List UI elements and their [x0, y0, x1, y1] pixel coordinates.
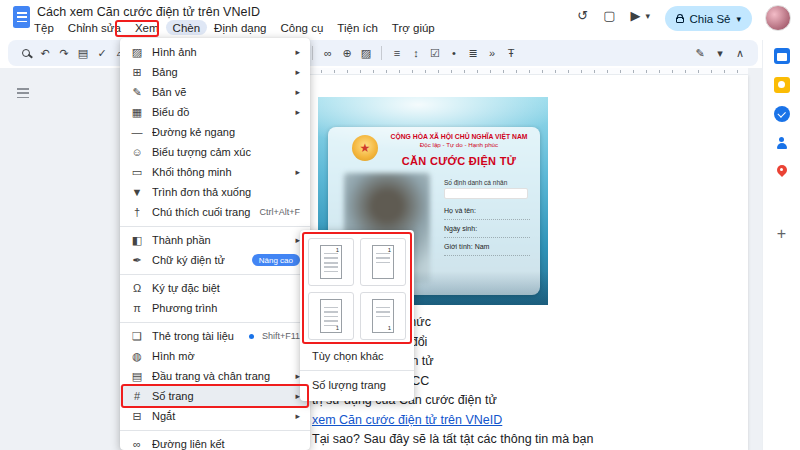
toolbar-checklist-button[interactable]: ☑ [427, 43, 443, 63]
insert-menu-item-smart-chips[interactable]: ▭Khối thông minh▸ [120, 162, 310, 182]
emblem-star: ★ [360, 141, 371, 155]
document-text-line[interactable]: xem Căn cước điện tử trên VNeID [312, 411, 657, 431]
menu-separator [120, 430, 310, 431]
toolbar-align-button[interactable]: ≡ [389, 43, 405, 63]
page-number-option-header-from-second-page[interactable]: 1 [360, 238, 406, 286]
side-panel-maps-icon[interactable] [774, 164, 790, 180]
toolbar-insert-image-button[interactable]: ▨ [358, 43, 374, 63]
menu-item-label: Biểu đồ [152, 106, 287, 118]
building-blocks-icon: ◧ [130, 234, 144, 247]
insert-menu-item-building-blocks[interactable]: ◧Thành phần▸ [120, 230, 310, 250]
insert-menu-item-link[interactable]: ∞Đường liên kết [120, 434, 310, 450]
document-text-line[interactable]: Tại sao? Sau đây sẽ là tất tật các thông… [312, 430, 657, 450]
document-outline-icon[interactable] [17, 88, 29, 98]
page-count-option[interactable]: Số lượng trang [300, 375, 414, 395]
toolbar-bullet-list-button[interactable]: • [446, 43, 462, 63]
toolbar-undo-button[interactable]: ↶ [37, 43, 53, 63]
page-numbers-more-options[interactable]: Tùy chọn khác [300, 346, 414, 366]
side-panel-keep-icon[interactable] [774, 77, 790, 93]
comments-icon[interactable]: ▢ [603, 8, 615, 24]
insert-menu-item-footnote[interactable]: †Chú thích cuối trangCtrl+Alt+F [120, 202, 310, 222]
table-icon: ⊞ [130, 66, 144, 79]
page-number-option-footer-first-page[interactable]: 1 [308, 292, 354, 340]
share-chevron-icon[interactable]: ▾ [736, 14, 741, 24]
menubar-item-format[interactable]: Định dạng [207, 20, 273, 35]
side-panel-icons [774, 48, 790, 180]
menubar-item-view[interactable]: Xem [128, 20, 166, 35]
version-history-icon[interactable]: ↺ [577, 8, 588, 24]
menu-bar: TệpChỉnh sửaXemChènĐịnh dạngCông cụTiện … [27, 20, 442, 35]
document-title[interactable]: Cách xem Căn cước điện tử trên VNeID [37, 5, 260, 19]
submenu-arrow-icon: ▸ [295, 107, 300, 117]
insert-menu-item-horizontal-line[interactable]: —Đường kẻ ngang [120, 122, 310, 142]
submenu-arrow-icon: ▸ [295, 167, 300, 177]
insert-menu-item-drawing[interactable]: ✎Bản vẽ▸ [120, 82, 310, 102]
insert-menu-item-table[interactable]: ⊞Bảng▸ [120, 62, 310, 82]
toolbar-clear-formatting-button[interactable]: Ŧ [503, 43, 519, 63]
menubar-item-insert[interactable]: Chèn [166, 20, 208, 35]
toolbar-divider [312, 46, 313, 60]
menubar-item-extensions[interactable]: Tiện ích [330, 20, 384, 35]
menu-item-label: Bản vẽ [152, 86, 287, 98]
insert-menu-item-headers-footers[interactable]: ▤Đầu trang và chân trang▸ [120, 366, 310, 386]
footnote-icon: † [130, 206, 144, 218]
toolbar-redo-button[interactable]: ↷ [56, 43, 72, 63]
submenu-arrow-icon: ▸ [295, 67, 300, 77]
insert-menu-item-watermark[interactable]: ◍Hình mờ [120, 346, 310, 366]
card-title: CĂN CƯỚC ĐIỆN TỬ [384, 155, 534, 167]
insert-menu-item-image[interactable]: ▨Hình ảnh▸ [120, 42, 310, 62]
toolbar-spell-check-button[interactable]: ✓ [94, 43, 110, 63]
side-panel-tasks-icon[interactable] [774, 106, 790, 122]
menubar-item-edit[interactable]: Chỉnh sửa [61, 20, 128, 35]
insert-menu-item-document-tabs[interactable]: ❏Thẻ trong tài liệuShift+F11 [120, 326, 310, 346]
page-thumbnail-lines [376, 253, 390, 263]
menubar-item-tools[interactable]: Công cụ [274, 20, 331, 35]
toolbar-line-spacing-button[interactable]: ↕ [408, 43, 424, 63]
menubar-item-help[interactable]: Trợ giúp [385, 20, 442, 35]
insert-menu-item-dropdown[interactable]: ▼Trình đơn thả xuống [120, 182, 310, 202]
menu-separator [120, 274, 310, 275]
vietnam-emblem-icon: ★ [352, 135, 378, 161]
menubar-item-file[interactable]: Tệp [27, 20, 61, 35]
submenu-arrow-icon: ▸ [295, 87, 300, 97]
toolbar-search-button[interactable] [18, 43, 34, 63]
video-call-chevron-icon[interactable]: ▾ [645, 8, 650, 24]
insert-menu-item-break[interactable]: ⊟Ngắt▸ [120, 406, 310, 426]
equation-icon: π [130, 302, 144, 314]
insert-menu-item-chart[interactable]: ▦Biểu đồ▸ [120, 102, 310, 122]
toolbar-collapse-toolbar-button[interactable]: ∧ [732, 43, 748, 63]
menu-item-label: Số trang [152, 390, 287, 402]
page-number-option-header-first-page[interactable]: 1 [308, 238, 354, 286]
menu-item-label: Biểu tượng cảm xúc [152, 146, 300, 158]
video-call-icon[interactable]: ▶ [630, 8, 640, 24]
menu-shortcut: Ctrl+Alt+F [259, 207, 300, 217]
toolbar-editing-mode-button[interactable]: ✎ [692, 43, 708, 63]
toolbar-numbered-list-button[interactable]: ≣ [465, 43, 481, 63]
toolbar-add-comment-button[interactable]: ⊕ [339, 43, 355, 63]
insert-menu-item-equation[interactable]: πPhương trình [120, 298, 310, 318]
esignature-icon: ✒ [130, 254, 144, 267]
insert-menu-item-emoji[interactable]: ☺Biểu tượng cảm xúc [120, 142, 310, 162]
toolbar-insert-link-button[interactable]: ∞ [320, 43, 336, 63]
menu-item-label: Bảng [152, 66, 287, 78]
insert-menu-item-special-characters[interactable]: ΩKý tự đặc biệt [120, 278, 310, 298]
toolbar-editing-mode-chevron-button[interactable]: ▾ [712, 43, 728, 63]
document-tabs-icon: ❏ [130, 330, 144, 343]
menu-separator [120, 322, 310, 323]
toolbar-divider [381, 46, 382, 60]
link-icon: ∞ [130, 438, 144, 450]
watermark-icon: ◍ [130, 350, 144, 363]
get-addons-button[interactable]: + [777, 226, 786, 242]
side-panel-contacts-icon[interactable] [774, 135, 790, 151]
share-button[interactable]: Chia Sẻ ▾ [665, 6, 752, 31]
toolbar-print-button[interactable]: ▤ [75, 43, 91, 63]
side-panel-calendar-icon[interactable] [774, 48, 790, 64]
insert-menu-item-esignature[interactable]: ✒Chữ ký điện tửNâng cao [120, 250, 310, 270]
card-header: CỘNG HÒA XÃ HỘI CHỦ NGHĨA VIỆT NAM Độc l… [384, 133, 534, 167]
toolbar-indent-button[interactable]: » [484, 43, 500, 63]
text-link[interactable]: xem Căn cước điện tử trên VNeID [312, 413, 502, 427]
page-number-option-footer-from-second-page[interactable]: 1 [360, 292, 406, 340]
insert-menu-item-page-numbers[interactable]: #Số trang▸ [120, 386, 310, 406]
user-avatar[interactable] [765, 5, 791, 31]
menu-item-label: Đầu trang và chân trang [152, 370, 287, 382]
